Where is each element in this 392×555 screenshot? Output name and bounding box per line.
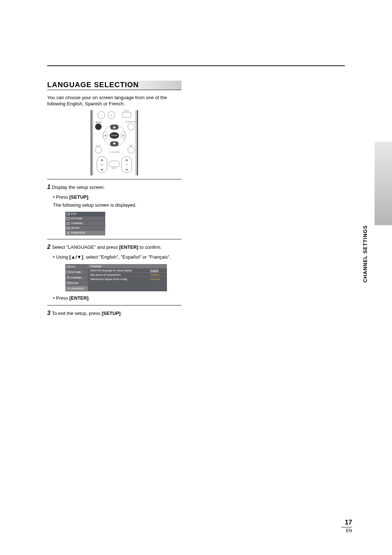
svg-text:CH: CH xyxy=(125,163,128,166)
step-1-text: Display the setup screen. xyxy=(52,185,105,190)
svg-point-11 xyxy=(95,123,102,130)
desc: Sélectionner langue écran config. xyxy=(90,278,128,280)
language-menu-screenshot: EXIT PICTURE CHANNEL DETAIL LANGUAGE Lan… xyxy=(65,264,167,291)
text: . xyxy=(121,311,122,316)
language-code: EN xyxy=(341,528,352,533)
svg-text:BACK: BACK xyxy=(96,145,101,147)
svg-text:AUTO: AUTO xyxy=(112,167,117,169)
menu-sidebar: EXIT PICTURE CHANNEL DETAIL LANGUAGE xyxy=(65,264,88,291)
menu-row-picture: PICTURE xyxy=(65,216,105,221)
enter-key: [ENTER] xyxy=(69,295,89,301)
label: DETAIL xyxy=(70,282,79,284)
divider xyxy=(47,305,181,305)
arrow-keys: [▲/▼] xyxy=(69,254,83,260)
content-column: LANGUAGE SELECTION You can choose your o… xyxy=(47,81,181,317)
menu-header: Language xyxy=(88,264,167,268)
step-1-line2: The following setup screen is displayed. xyxy=(53,202,181,208)
step-number: 1 xyxy=(47,184,50,190)
setup-menu-screenshot: EXIT PICTURE CHANNEL DETAIL LANGUAGE xyxy=(65,212,105,235)
side-exit: EXIT xyxy=(65,264,88,270)
menu-row-exit: EXIT xyxy=(65,212,105,216)
step-number: 3 xyxy=(47,310,50,316)
section-title: LANGUAGE SELECTION xyxy=(47,81,181,90)
label: PICTURE xyxy=(70,271,81,274)
svg-text:CH RETURN: CH RETURN xyxy=(109,151,120,153)
text: Using xyxy=(56,254,69,260)
svg-rect-43 xyxy=(67,227,70,229)
step-3: 3To exit the setup, press [SETUP]. xyxy=(47,309,181,317)
lang-row-francais: Sélectionner langue écran config. França… xyxy=(88,277,167,281)
divider xyxy=(47,239,181,239)
svg-text:SETUP: SETUP xyxy=(95,121,102,123)
desc: Elija idioma de preparación. xyxy=(90,274,121,276)
svg-rect-49 xyxy=(67,282,70,284)
setup-key: [SETUP] xyxy=(69,194,88,200)
tab-label: CHANNEL SETTINGS xyxy=(362,225,368,283)
svg-rect-42 xyxy=(67,223,69,224)
option: Español xyxy=(150,274,165,276)
svg-text:INFO: INFO xyxy=(129,145,133,147)
text: . xyxy=(88,194,90,200)
intro-text: You can choose your on screen language f… xyxy=(47,95,181,107)
svg-rect-48 xyxy=(67,277,69,279)
lang-row-espanol: Elija idioma de preparación. Español xyxy=(88,272,167,277)
setup-key: [SETUP] xyxy=(102,311,121,316)
step-2b-bullet: Press [ENTER]. xyxy=(53,295,181,301)
text: . xyxy=(89,295,90,301)
svg-text:0: 0 xyxy=(111,114,113,117)
text: Select "LANGUAGE" and press xyxy=(52,244,119,250)
step-2-bullet: Using [▲/▼], select "English", "Español"… xyxy=(53,254,181,260)
step-1: 1Display the setup screen. xyxy=(47,183,181,191)
svg-rect-47 xyxy=(67,271,70,273)
menu-row-detail: DETAIL xyxy=(65,226,105,231)
step-number: 2 xyxy=(47,244,50,250)
step-2: 2Select "LANGUAGE" and press [ENTER] to … xyxy=(47,243,181,251)
side-picture: PICTURE xyxy=(65,270,88,275)
menu-row-channel: CHANNEL xyxy=(65,221,105,226)
side-detail: DETAIL xyxy=(65,280,88,286)
label: DETAIL xyxy=(71,227,80,229)
svg-text:VOL.: VOL. xyxy=(100,163,104,166)
label: LANGUAGE xyxy=(70,287,84,290)
svg-marker-31 xyxy=(101,159,103,161)
page-number: 17 xyxy=(341,519,352,527)
svg-text:ENTER: ENTER xyxy=(111,134,118,137)
svg-marker-22 xyxy=(122,134,124,137)
side-language: LANGUAGE xyxy=(65,286,88,291)
svg-point-26 xyxy=(95,147,102,153)
text: , select "English", "Español" or "França… xyxy=(83,254,171,260)
lang-row-english: Select the language for setup display. E… xyxy=(88,268,167,272)
svg-rect-38 xyxy=(109,161,119,167)
svg-rect-41 xyxy=(67,218,70,220)
label: LANGUAGE xyxy=(71,231,85,234)
svg-marker-35 xyxy=(125,159,128,161)
svg-rect-8 xyxy=(122,112,131,117)
label: EXIT xyxy=(71,212,77,215)
label: PICTURE xyxy=(71,217,82,220)
remote-control-figure: − 0 STILL SETUP SCREEN MODE xyxy=(89,110,140,175)
tab-shade xyxy=(375,142,392,225)
svg-text:SCREEN MODE: SCREEN MODE xyxy=(125,121,137,123)
option: English xyxy=(150,269,165,272)
svg-point-28 xyxy=(128,147,134,153)
step-1-bullet: Press [SETUP]. xyxy=(53,194,181,200)
text: to confirm. xyxy=(138,244,162,250)
enter-key: [ENTER] xyxy=(119,244,138,250)
text: Press xyxy=(56,295,69,301)
section-tab: CHANNEL SETTINGS xyxy=(359,142,370,225)
svg-text:STILL: STILL xyxy=(124,110,129,112)
svg-marker-20 xyxy=(104,134,106,137)
svg-point-13 xyxy=(128,123,134,130)
menu-main: Language Select the language for setup d… xyxy=(88,264,167,291)
page-number-block: 17 EN xyxy=(341,519,352,533)
step-2-text: Select "LANGUAGE" and press [ENTER] to c… xyxy=(52,244,162,250)
svg-marker-33 xyxy=(101,169,103,171)
divider xyxy=(47,179,181,179)
svg-text:−: − xyxy=(101,114,102,117)
text: Press xyxy=(56,194,69,200)
label: EXIT xyxy=(70,266,76,268)
side-channel: CHANNEL xyxy=(65,275,88,280)
option: Français xyxy=(150,278,165,280)
label: CHANNEL xyxy=(71,222,83,224)
menu-row-language: LANGUAGE xyxy=(65,231,105,235)
